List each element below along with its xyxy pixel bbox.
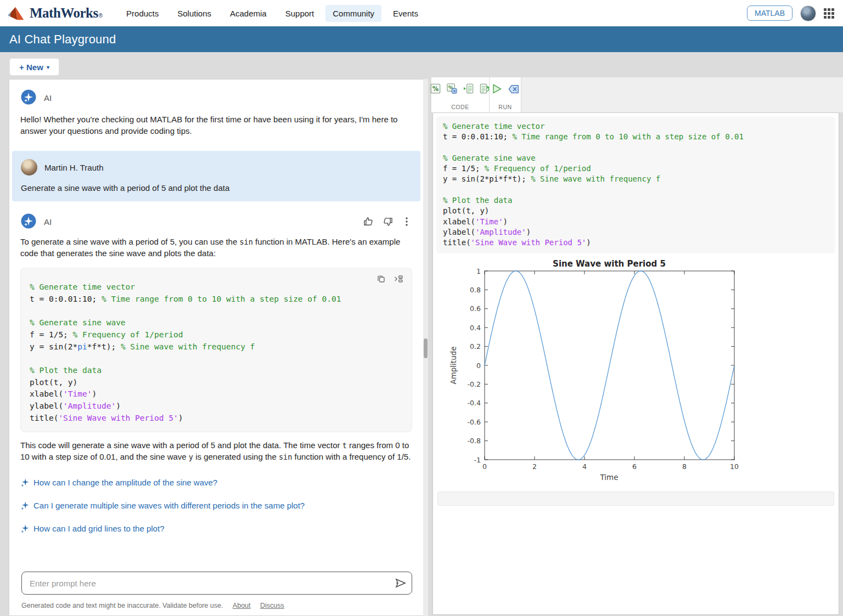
plot-xlabel: Time (599, 473, 618, 482)
chevron-down-icon: ▾ (47, 64, 49, 70)
sparkle-icon (20, 501, 30, 510)
comment-button[interactable]: % (429, 82, 442, 95)
toolbar-group-code: % % (431, 77, 490, 112)
suggestion-amplitude[interactable]: How can I change the amplitude of the si… (20, 478, 412, 487)
ai-chat-playground-screen: MathWorks® Products Solutions Academia S… (0, 0, 843, 616)
discuss-link[interactable]: Discuss (260, 602, 284, 609)
svg-text:%: % (432, 85, 439, 93)
nav-right-cluster: MATLAB (747, 5, 834, 21)
new-chat-label: + New (19, 63, 43, 72)
svg-text:-0.2: -0.2 (468, 380, 481, 388)
about-link[interactable]: About (233, 602, 251, 609)
output-status-strip (437, 491, 834, 506)
svg-text:-0.4: -0.4 (468, 399, 481, 407)
toolbar-label-run: RUN (498, 104, 512, 110)
run-button[interactable] (490, 82, 503, 95)
send-icon (394, 577, 407, 590)
page-title: AI Chat Playground (9, 32, 116, 47)
suggestion-grid-lines[interactable]: How can I add grid lines to the plot? (20, 524, 412, 533)
thumbs-down-icon (383, 216, 394, 227)
backspace-clear-icon (508, 84, 520, 94)
prompt-area (21, 572, 412, 595)
suggestion-label: How can I change the amplitude of the si… (33, 478, 217, 487)
uncomment-icon: % (446, 83, 458, 94)
suggested-prompts: How can I change the amplitude of the si… (20, 478, 412, 533)
plot-ylabel: Amplitude (449, 346, 458, 384)
copy-code-button[interactable] (375, 273, 387, 285)
svg-text:0.8: 0.8 (470, 285, 481, 293)
indent-icon (463, 83, 474, 94)
nav-item-support[interactable]: Support (278, 5, 322, 22)
plot-title: Sine Wave with Period 5 (553, 259, 666, 269)
mathworks-logo[interactable]: MathWorks® (8, 5, 103, 21)
editor-toolbar: % % (431, 77, 843, 112)
nav-menu: Products Solutions Academia Support Comm… (119, 5, 425, 22)
uncomment-button[interactable]: % (446, 82, 458, 95)
user-avatar[interactable] (800, 5, 816, 21)
nav-item-community[interactable]: Community (325, 5, 381, 22)
nav-item-events[interactable]: Events (386, 5, 425, 22)
smart-indent-icon (479, 83, 491, 94)
matlab-code: % Generate time vectort = 0:0.01:10; % T… (30, 281, 403, 424)
send-button[interactable] (394, 577, 407, 590)
nav-item-academia[interactable]: Academia (223, 5, 274, 22)
thumbs-down-button[interactable] (381, 215, 395, 228)
editor-panel: % Generate time vectort = 0:0.01:10; % T… (432, 112, 839, 615)
svg-text:4: 4 (582, 462, 587, 471)
indent-button[interactable] (462, 82, 475, 95)
chat-scrollbar-track[interactable] (423, 79, 428, 616)
svg-text:0.6: 0.6 (470, 304, 481, 313)
new-chat-button[interactable]: + New ▾ (10, 59, 59, 75)
ai-label: AI (44, 217, 52, 227)
disclaimer-text: Generated code and text might be inaccur… (21, 602, 223, 609)
svg-text:-0.8: -0.8 (468, 437, 481, 445)
editor-matlab-code: % Generate time vectort = 0:0.01:10; % T… (443, 121, 829, 248)
nav-item-products[interactable]: Products (119, 5, 166, 22)
svg-text:-0.6: -0.6 (468, 417, 481, 426)
svg-text:0.4: 0.4 (470, 323, 481, 331)
suggestion-label: Can I generate multiple sine waves with … (33, 501, 305, 510)
thumbs-up-button[interactable] (362, 215, 375, 228)
page-header: AI Chat Playground (0, 26, 843, 52)
sparkle-icon (20, 478, 30, 487)
sine-curve (485, 271, 734, 460)
ai-response-explanation: This code will generate a sine wave with… (20, 440, 412, 462)
plot-x-tick-labels: 0246810 (482, 462, 739, 471)
ai-avatar-icon (20, 89, 37, 106)
user-name: Martin H. Trauth (44, 163, 104, 172)
brand-name: MathWorks (30, 5, 98, 21)
response-actions (362, 215, 412, 228)
nav-item-solutions[interactable]: Solutions (170, 5, 218, 22)
user-message: Martin H. Trauth Generate a sine wave wi… (12, 151, 420, 201)
chat-code-block: % Generate time vectort = 0:0.01:10; % T… (20, 268, 412, 432)
chat-panel: AI Hello! Whether you're checking out MA… (9, 79, 424, 616)
ai-label: AI (44, 93, 52, 103)
suggestion-multiple-waves[interactable]: Can I generate multiple sine waves with … (20, 501, 412, 510)
svg-text:0: 0 (482, 462, 487, 471)
ai-greeting-text: Hello! Whether you're checking out MATLA… (20, 114, 404, 137)
svg-text:0: 0 (476, 361, 481, 369)
more-options-button[interactable] (401, 215, 412, 228)
apps-grid-icon[interactable] (824, 8, 834, 19)
clear-button[interactable] (507, 83, 520, 95)
mathworks-triangle-icon (8, 6, 26, 21)
chat-scrollbar-thumb[interactable] (424, 338, 428, 358)
thumbs-up-icon (363, 216, 374, 227)
copy-icon (376, 274, 386, 284)
insert-code-button[interactable] (392, 273, 405, 285)
run-icon (491, 83, 503, 95)
svg-text:6: 6 (632, 462, 637, 471)
user-message-header: Martin H. Trauth (21, 159, 412, 176)
prompt-input[interactable] (21, 572, 412, 595)
figure-output: Sine Wave with Period 5 0246810 -1-0.8-0… (433, 257, 840, 491)
matlab-button[interactable]: MATLAB (747, 5, 793, 21)
registered-mark: ® (99, 13, 103, 19)
comment-icon: % (430, 83, 441, 94)
ai-avatar-icon (20, 213, 37, 230)
editor-code-block[interactable]: % Generate time vectort = 0:0.01:10; % T… (436, 116, 835, 253)
svg-text:8: 8 (682, 462, 687, 471)
top-navigation: MathWorks® Products Solutions Academia S… (0, 0, 843, 26)
toolbar-group-run: RUN (490, 77, 521, 112)
ai-message-header: AI (20, 89, 412, 106)
sine-wave-plot: Sine Wave with Period 5 0246810 -1-0.8-0… (433, 257, 840, 491)
